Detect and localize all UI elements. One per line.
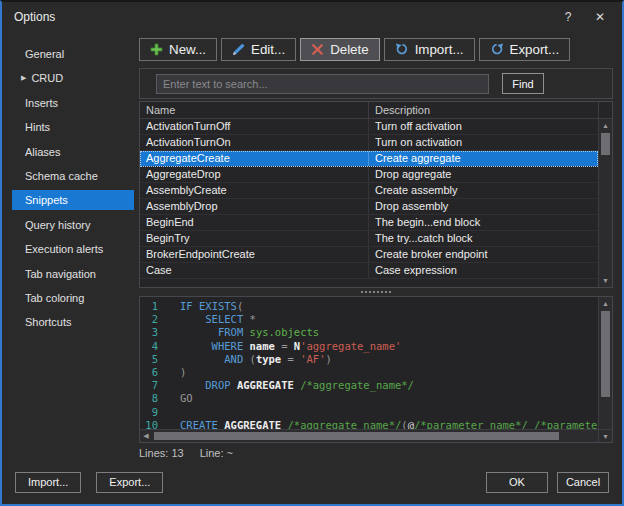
sidebar-item-inserts[interactable]: Inserts bbox=[12, 93, 134, 113]
table-row-case[interactable]: CaseCase expression bbox=[140, 263, 598, 279]
splitter-handle[interactable] bbox=[139, 288, 613, 296]
table-row-activationturnon[interactable]: ActivationTurnOnTurn on activation bbox=[140, 135, 598, 151]
code-text: WHERE name = N'aggregate_name' bbox=[180, 340, 401, 353]
snippet-table: Name Description ActivationTurnOffTurn o… bbox=[139, 101, 613, 288]
editor-scroll-left-icon[interactable]: ◀ bbox=[140, 432, 152, 440]
sidebar-item-label: Execution alerts bbox=[25, 243, 103, 255]
cell-description: Case expression bbox=[369, 263, 598, 278]
find-button[interactable]: Find bbox=[502, 73, 544, 94]
toolbar-button-label: Delete bbox=[330, 42, 369, 57]
line-number: 10 bbox=[140, 419, 158, 429]
editor-status-bar: Lines: 13 Line: ~ bbox=[139, 447, 613, 459]
sidebar-item-aliases[interactable]: Aliases bbox=[12, 142, 134, 162]
snippet-table-grid: Name Description ActivationTurnOffTurn o… bbox=[140, 102, 598, 287]
editor-vscrollbar-thumb[interactable] bbox=[601, 311, 610, 397]
column-header-name[interactable]: Name bbox=[140, 102, 369, 118]
sidebar-item-schema-cache[interactable]: Schema cache bbox=[12, 166, 134, 186]
table-header: Name Description bbox=[140, 102, 598, 119]
cell-description: Create assembly bbox=[369, 183, 598, 198]
current-line: Line: ~ bbox=[200, 447, 233, 459]
sidebar-item-label: General bbox=[25, 48, 64, 60]
scroll-up-icon[interactable]: ▲ bbox=[599, 119, 612, 132]
close-icon[interactable]: ✕ bbox=[584, 4, 616, 30]
table-row-assemblydrop[interactable]: AssemblyDropDrop assembly bbox=[140, 199, 598, 215]
table-row-assemblycreate[interactable]: AssemblyCreateCreate assembly bbox=[140, 183, 598, 199]
sidebar-item-label: CRUD bbox=[31, 72, 63, 84]
table-row-beginend[interactable]: BeginEndThe begin...end block bbox=[140, 215, 598, 231]
cancel-button[interactable]: Cancel bbox=[557, 472, 609, 493]
ok-button[interactable]: OK bbox=[486, 472, 548, 493]
sidebar-item-shortcuts[interactable]: Shortcuts bbox=[12, 312, 134, 332]
line-number: 1 bbox=[140, 300, 158, 313]
code-text: ) bbox=[180, 366, 186, 379]
scroll-down-icon[interactable]: ▼ bbox=[599, 274, 612, 287]
help-icon[interactable]: ? bbox=[552, 4, 584, 30]
sidebar-item-hints[interactable]: Hints bbox=[12, 117, 134, 137]
sidebar-item-label: Aliases bbox=[25, 146, 60, 158]
scrollbar-thumb[interactable] bbox=[601, 133, 610, 155]
table-rows: ActivationTurnOffTurn off activationActi… bbox=[140, 119, 598, 279]
table-row-aggregatecreate[interactable]: AggregateCreateCreate aggregate bbox=[140, 151, 598, 167]
sidebar-item-snippets[interactable]: Snippets bbox=[12, 190, 134, 210]
editor-vscrollbar-track[interactable] bbox=[599, 398, 612, 429]
code-text: FROM sys.objects bbox=[180, 326, 319, 339]
cell-name: ActivationTurnOn bbox=[140, 135, 369, 150]
import-button[interactable]: Import... bbox=[384, 38, 475, 61]
table-row-activationturnoff[interactable]: ActivationTurnOffTurn off activation bbox=[140, 119, 598, 135]
table-scrollbar[interactable]: ▲ ▼ bbox=[598, 102, 612, 287]
pencil-icon bbox=[232, 43, 245, 56]
sidebar-item-execution-alerts[interactable]: Execution alerts bbox=[12, 239, 134, 259]
sidebar-item-tab-coloring[interactable]: Tab coloring bbox=[12, 288, 134, 308]
cell-name: AggregateDrop bbox=[140, 167, 369, 182]
edit-button[interactable]: Edit... bbox=[221, 38, 296, 61]
toolbar-button-label: New... bbox=[169, 42, 206, 57]
editor-hscrollbar[interactable]: ◀ bbox=[140, 429, 598, 442]
main-area: General▶CRUDInsertsHintsAliasesSchema ca… bbox=[2, 32, 622, 460]
toolbar-button-label: Export... bbox=[510, 42, 560, 57]
cell-description: Turn on activation bbox=[369, 135, 598, 150]
import-button[interactable]: Import... bbox=[15, 472, 81, 493]
sidebar-item-general[interactable]: General bbox=[12, 44, 134, 64]
export-arrow-icon bbox=[490, 43, 504, 56]
content-panel: New...Edit...DeleteImport...Export... Fi… bbox=[139, 34, 613, 460]
table-row-begintry[interactable]: BeginTryThe try...catch block bbox=[140, 231, 598, 247]
code-line: 7 DROP AGGREGATE /*aggregate_name*/ bbox=[140, 379, 598, 392]
export-button[interactable]: Export... bbox=[479, 38, 571, 61]
cell-name: BeginEnd bbox=[140, 215, 369, 230]
scrollbar-header-spacer bbox=[599, 102, 612, 119]
editor-hscrollbar-thumb[interactable] bbox=[154, 432, 559, 440]
code-text: SELECT * bbox=[180, 313, 256, 326]
sidebar-item-label: Tab coloring bbox=[25, 292, 84, 304]
code-text: DROP AGGREGATE /*aggregate_name*/ bbox=[180, 379, 414, 392]
delete-button[interactable]: Delete bbox=[300, 38, 380, 61]
code-line: 1IF EXISTS( bbox=[140, 300, 598, 313]
cell-name: AggregateCreate bbox=[140, 151, 369, 166]
expand-arrow-icon: ▶ bbox=[21, 74, 26, 82]
column-header-description[interactable]: Description bbox=[369, 102, 598, 118]
code-line: 2 SELECT * bbox=[140, 313, 598, 326]
table-row-brokerendpointcreate[interactable]: BrokerEndpointCreateCreate broker endpoi… bbox=[140, 247, 598, 263]
scrollbar-track[interactable] bbox=[599, 156, 612, 274]
table-row-aggregatedrop[interactable]: AggregateDropDrop aggregate bbox=[140, 167, 598, 183]
sidebar-item-label: Tab navigation bbox=[25, 268, 96, 280]
cell-description: Create aggregate bbox=[369, 151, 598, 166]
new-button[interactable]: New... bbox=[139, 38, 217, 61]
splitter-grip-icon bbox=[361, 291, 391, 293]
sidebar-item-tab-navigation[interactable]: Tab navigation bbox=[12, 264, 134, 284]
toolbar-button-label: Import... bbox=[415, 42, 464, 57]
line-number: 9 bbox=[140, 406, 158, 419]
editor-vscrollbar[interactable]: ▲ bbox=[598, 297, 612, 429]
cell-name: BeginTry bbox=[140, 231, 369, 246]
sidebar-item-crud[interactable]: ▶CRUD bbox=[12, 68, 134, 88]
line-number: 6 bbox=[140, 366, 158, 379]
snippet-toolbar: New...Edit...DeleteImport...Export... bbox=[139, 38, 613, 61]
search-panel: Find bbox=[139, 68, 613, 99]
search-input[interactable] bbox=[156, 74, 489, 94]
editor-scroll-down-icon[interactable]: ▼ bbox=[598, 429, 612, 442]
editor-scroll-up-icon[interactable]: ▲ bbox=[599, 297, 612, 310]
code-line: 10CREATE AGGREGATE /*aggregate_name*/(@/… bbox=[140, 419, 598, 429]
code-line: 4 WHERE name = N'aggregate_name' bbox=[140, 340, 598, 353]
export-button[interactable]: Export... bbox=[96, 472, 163, 493]
sidebar-item-query-history[interactable]: Query history bbox=[12, 215, 134, 235]
line-number: 7 bbox=[140, 379, 158, 392]
